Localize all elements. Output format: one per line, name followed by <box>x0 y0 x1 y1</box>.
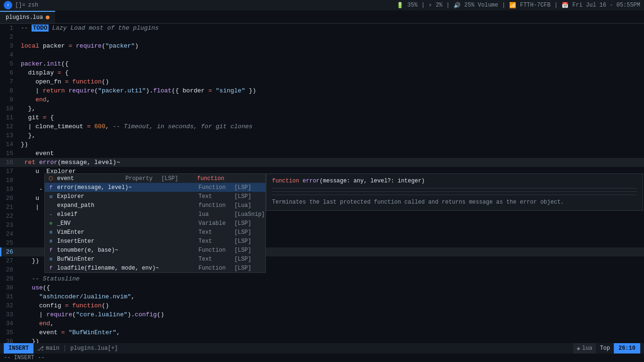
code-line-34: 34 end, <box>0 319 644 328</box>
code-line-14: 14 }) <box>0 140 644 149</box>
cal-icon: 📅 <box>561 2 569 9</box>
ac-type-env: Variable <box>198 220 231 227</box>
code-area[interactable]: 1 -- TODO Lazy Load most of the plugins … <box>0 24 644 343</box>
separator: | <box>421 2 425 8</box>
status-git-branch: main <box>46 345 59 352</box>
ac-type-event: Property <box>125 175 158 182</box>
ac-item-error[interactable]: f error(message, level)~ Function [LSP] <box>45 183 265 192</box>
ac-icon-text-insertenter: ≡ <box>48 239 54 244</box>
ac-name-env: _ENV <box>57 220 196 227</box>
ac-icon-function-tonumber: f <box>48 247 54 253</box>
ac-item-loadfile[interactable]: f loadfile(filename, mode, env)~ Functio… <box>45 263 265 272</box>
code-line-11: 11 git = { <box>0 113 644 122</box>
code-line-30: 30 use({ <box>0 283 644 292</box>
ac-item-event[interactable]: ⬡ event Property [LSP] function <box>45 174 265 183</box>
ac-name-error: error(message, level)~ <box>57 184 196 191</box>
status-lang: lua <box>582 345 593 352</box>
tab-plugins-lua[interactable]: plugins.lua <box>0 11 55 23</box>
code-line-32: 32 config = function() <box>0 301 644 310</box>
command-line: -- INSERT -- <box>0 354 644 362</box>
status-right: ◈ lua Top 26:10 <box>573 343 640 354</box>
arch-icon: ⚡ <box>4 1 12 9</box>
ac-type-loadfile: Function <box>198 265 231 272</box>
status-lua-info: ◈ lua <box>573 343 596 354</box>
code-line-9: 9 end, <box>0 95 644 104</box>
ac-source-env: [LSP] <box>234 220 263 227</box>
ac-type-bufwinenter: Text <box>198 256 231 263</box>
shell-label: zsh <box>28 2 39 8</box>
ac-type-expand: function <box>198 202 231 209</box>
ac-icon-text-elseif: - <box>48 212 54 217</box>
code-line-7: 7 open_fn = function() <box>0 77 644 86</box>
status-git-icon: ⎇ <box>37 345 44 352</box>
code-line-29: 29 -- Statusline <box>0 274 644 283</box>
autocomplete-popup[interactable]: ⬡ event Property [LSP] function f error(… <box>44 173 266 273</box>
ac-item-vimenter[interactable]: ≡ VimEnter Text [LSP] <box>45 228 265 237</box>
ac-item-explorer[interactable]: u Explorer Text [LSP] <box>45 192 265 201</box>
code-line-35: 35 event = "BufWinEnter", <box>0 328 644 337</box>
ac-item-tonumber[interactable]: f tonumber(e, base)~ Function [LSP] <box>45 246 265 255</box>
ac-name-bufwinenter: BufWinEnter <box>57 256 196 263</box>
status-mode-insert: INSERT <box>4 343 33 354</box>
ac-source-error: [LSP] <box>234 184 263 191</box>
code-line-13: 13 }, <box>0 131 644 140</box>
ac-item-bufwinenter[interactable]: ≡ BufWinEnter Text [LSP] <box>45 255 265 263</box>
ac-item-elseif[interactable]: - elseif lua [LuaSnip] <box>45 210 265 219</box>
ac-source-expand: [Lua] <box>234 202 263 209</box>
hover-doc-panel: function error(message: any, level?: int… <box>266 173 643 211</box>
ac-item-insertenter[interactable]: ≡ InsertEnter Text [LSP] <box>45 237 265 246</box>
ac-name-tonumber: tonumber(e, base)~ <box>57 247 196 254</box>
top-status-bar: ⚡ []= zsh 🔋 35% | ⚡ 2% | 🔊 25% Volume | … <box>0 0 644 10</box>
battery-icon: 🔋 <box>396 2 404 9</box>
cmd-line-text: -- INSERT -- <box>4 354 44 361</box>
ac-icon-text-bufwinenter: ≡ <box>48 256 54 262</box>
code-line-5: 5 packer.init({ <box>0 59 644 68</box>
ac-name-vimenter: VimEnter <box>57 229 196 236</box>
ac-preview-event: function <box>192 175 263 182</box>
ac-icon-property: ⬡ <box>48 175 54 181</box>
code-line-36: 36 }) <box>0 337 644 343</box>
code-line-2: 2 <box>0 33 644 41</box>
ac-type-vimenter: Text <box>198 229 231 236</box>
status-lua-icon: ◈ <box>577 345 580 352</box>
hover-signature: function error(message: any, level?: int… <box>272 178 637 184</box>
code-line-12: 12 | clone_timeout = 600, -- Timeout, in… <box>0 122 644 131</box>
power-pct: 2% <box>436 2 442 8</box>
editor: 1 -- TODO Lazy Load most of the plugins … <box>0 24 644 343</box>
ac-source-event: [LSP] <box>161 175 190 182</box>
code-line-4: 4 <box>0 50 644 59</box>
ssid-label: FTTH-7CFB <box>520 2 551 8</box>
bracket-label: []= <box>15 2 25 8</box>
hover-divider3 <box>272 195 637 195</box>
code-line-8: 8 | return require("packer.util").float(… <box>0 86 644 95</box>
battery-pct: 35% <box>407 2 418 8</box>
ac-name-event: event <box>57 175 123 182</box>
code-line-16: 16 ret error(message, level)~ <box>0 158 644 167</box>
status-bar: INSERT ⎇ main │ plugins.lua[+] ◈ lua Top… <box>0 343 644 354</box>
separator2: | <box>446 2 450 8</box>
ac-source-insertenter: [LSP] <box>234 238 263 245</box>
tab-bar: plugins.lua <box>0 10 644 24</box>
ac-name-explorer: Explorer <box>57 193 196 200</box>
ac-item-env[interactable]: ⊕ _ENV Variable [LSP] <box>45 219 265 228</box>
ac-source-tonumber: [LSP] <box>234 247 263 254</box>
ac-source-loadfile: [LSP] <box>234 265 263 272</box>
ac-icon-function-error: f <box>48 185 54 190</box>
code-line-33: 33 | require("core.lualine").config() <box>0 310 644 319</box>
ac-type-explorer: Text <box>198 193 231 200</box>
ac-name-insertenter: InsertEnter <box>57 238 196 245</box>
ac-icon-function-loadfile: f <box>48 265 54 271</box>
status-filename: plugins.lua[+] <box>70 345 118 352</box>
code-line-3: 3 local packer = require("packer") <box>0 41 644 50</box>
ac-source-elseif: [LuaSnip] <box>234 211 263 218</box>
tab-modified-dot <box>46 16 50 19</box>
ac-source-explorer: [LSP] <box>234 193 263 200</box>
ac-icon-text-vimenter: ≡ <box>48 230 54 235</box>
ac-name-expand-path: expand_path <box>57 202 196 209</box>
status-position: 26:10 <box>614 343 640 354</box>
ac-item-expand-path[interactable]: expand_path function [Lua] <box>45 201 265 210</box>
code-line-15: 15 event <box>0 149 644 158</box>
separator3: | <box>502 2 505 8</box>
code-line-10: 10 }, <box>0 104 644 113</box>
ac-icon-variable-env: ⊕ <box>48 220 54 226</box>
